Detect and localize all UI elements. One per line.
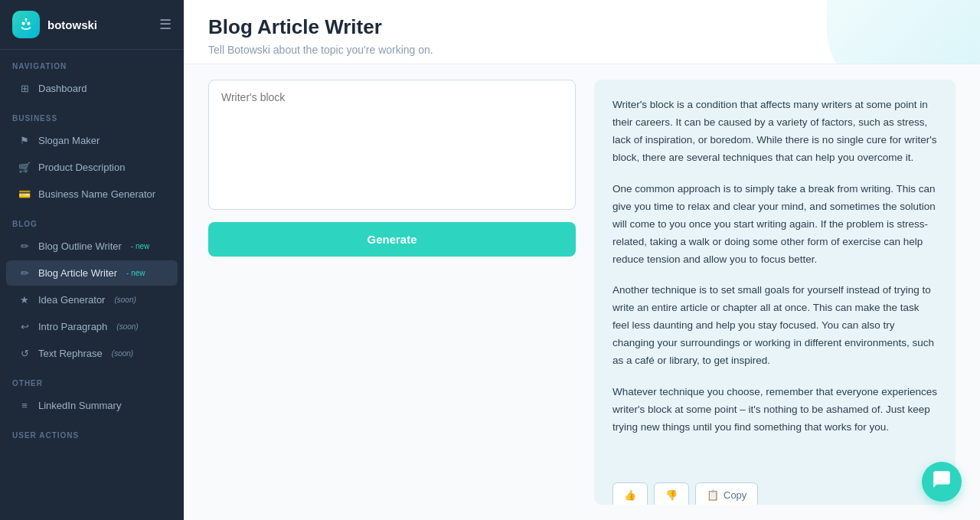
content-area: Generate Writer's block is a condition t… — [184, 64, 980, 520]
chat-bubble[interactable] — [922, 462, 962, 502]
rephrase-icon: ↺ — [18, 348, 31, 359]
svg-point-1 — [22, 22, 25, 25]
business-name-icon: 💳 — [18, 188, 31, 200]
output-paragraph-3: Another technique is to set small goals … — [612, 282, 937, 370]
sidebar-item-label: Idea Generator — [38, 294, 105, 306]
sidebar-item-label: Blog Article Writer — [38, 267, 117, 279]
sidebar-item-idea-generator[interactable]: ★ Idea Generator (soon) — [6, 287, 178, 312]
linkedin-icon: ≡ — [18, 400, 31, 411]
main-content: Blog Article Writer Tell Botowski about … — [184, 0, 980, 520]
logo-area: botowski — [12, 11, 97, 38]
svg-point-3 — [25, 18, 28, 21]
copy-label: Copy — [724, 489, 746, 501]
sidebar-item-label: Product Description — [38, 162, 125, 173]
copy-button[interactable]: 📋 Copy — [695, 482, 758, 505]
logo-icon — [12, 11, 40, 38]
sidebar-item-intro-paragraph[interactable]: ↩ Intro Paragraph (soon) — [6, 314, 178, 339]
sidebar-item-product-description[interactable]: 🛒 Product Description — [6, 155, 178, 180]
new-badge-article: - new — [126, 269, 145, 277]
idea-icon: ★ — [18, 294, 31, 306]
sidebar-header: botowski ☰ — [0, 0, 184, 50]
thumbs-up-icon: 👍 — [624, 489, 636, 501]
thumbs-up-button[interactable]: 👍 — [612, 482, 648, 505]
hamburger-icon[interactable]: ☰ — [159, 16, 172, 33]
output-paragraph-1: Writer's block is a condition that affec… — [612, 96, 937, 167]
sidebar-item-label: Slogan Maker — [38, 135, 100, 146]
output-paragraph-4: Whatever technique you choose, remember … — [612, 384, 937, 437]
navigation-section-label: NAVIGATION — [0, 50, 184, 75]
dashboard-icon: ⊞ — [18, 83, 31, 94]
blog-article-icon: ✏ — [18, 267, 31, 279]
topic-input[interactable] — [208, 80, 576, 210]
product-icon: 🛒 — [18, 162, 31, 173]
chat-icon — [932, 469, 952, 494]
new-badge: - new — [131, 242, 149, 250]
page-title: Blog Article Writer — [208, 15, 956, 39]
slogan-icon: ⚑ — [18, 135, 31, 146]
thumbs-down-icon: 👎 — [665, 489, 678, 501]
soon-badge-rephrase: (soon) — [112, 349, 133, 358]
thumbs-down-button[interactable]: 👎 — [654, 482, 689, 505]
sidebar-item-linkedin-summary[interactable]: ≡ LinkedIn Summary — [6, 393, 178, 418]
other-section-label: OTHER — [0, 367, 184, 392]
sidebar-item-slogan-maker[interactable]: ⚑ Slogan Maker — [6, 128, 178, 153]
output-paragraph-2: One common approach is to simply take a … — [612, 181, 937, 269]
output-panel: Writer's block is a condition that affec… — [594, 80, 956, 505]
sidebar-item-blog-outline-writer[interactable]: ✏ Blog Outline Writer - new — [6, 234, 178, 259]
business-section-label: BUSINESS — [0, 102, 184, 127]
left-panel: Generate — [208, 80, 576, 505]
sidebar-item-label: Dashboard — [38, 83, 87, 94]
sidebar-item-blog-article-writer[interactable]: ✏ Blog Article Writer - new — [6, 260, 178, 286]
app-name: botowski — [47, 18, 97, 31]
svg-point-2 — [27, 22, 30, 25]
copy-icon: 📋 — [707, 489, 719, 501]
sidebar: botowski ☰ NAVIGATION ⊞ Dashboard BUSINE… — [0, 0, 184, 520]
user-actions-section-label: USER ACTIONS — [0, 419, 184, 444]
intro-icon: ↩ — [18, 321, 31, 332]
soon-badge-intro: (soon) — [116, 322, 138, 331]
sidebar-item-text-rephrase[interactable]: ↺ Text Rephrase (soon) — [6, 341, 178, 366]
page-subtitle: Tell Botowski about the topic you're wor… — [208, 44, 956, 56]
action-bar: 👍 👎 📋 Copy — [612, 482, 937, 505]
blog-outline-icon: ✏ — [18, 240, 31, 252]
blog-section-label: BLOG — [0, 208, 184, 233]
sidebar-item-label: Intro Paragraph — [38, 321, 107, 332]
sidebar-item-dashboard[interactable]: ⊞ Dashboard — [6, 76, 178, 101]
page-header: Blog Article Writer Tell Botowski about … — [184, 0, 980, 64]
sidebar-item-label: Blog Outline Writer — [38, 240, 122, 252]
sidebar-item-business-name-generator[interactable]: 💳 Business Name Generator — [6, 182, 178, 207]
sidebar-item-label: Business Name Generator — [38, 188, 155, 200]
sidebar-item-label: Text Rephrase — [38, 348, 103, 359]
sidebar-item-label: LinkedIn Summary — [38, 400, 121, 411]
generate-button[interactable]: Generate — [208, 222, 576, 257]
soon-badge-idea: (soon) — [114, 296, 136, 304]
